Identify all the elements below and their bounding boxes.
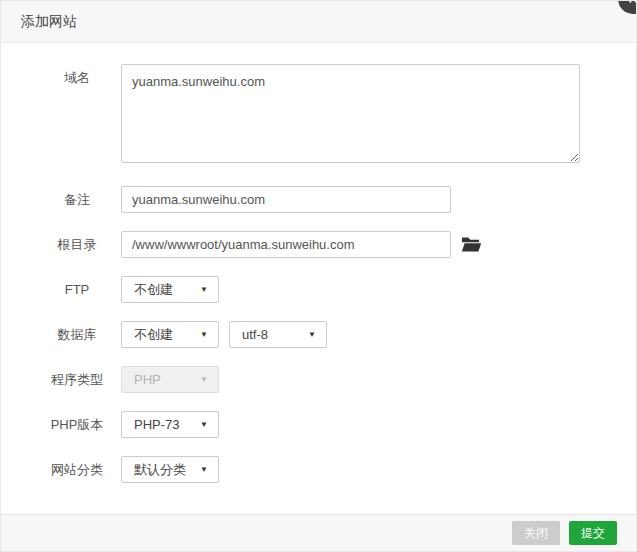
program-type-row: 程序类型 PHP ▼ [1,366,636,393]
submit-button[interactable]: 提交 [569,521,617,545]
charset-select-value: utf-8 [242,327,268,342]
chevron-down-icon: ▼ [200,457,208,483]
domain-label: 域名 [41,64,113,91]
program-type-select: PHP ▼ [121,366,219,393]
database-row: 数据库 不创建 ▼ utf-8 ▼ [1,321,636,348]
charset-select[interactable]: utf-8 ▼ [229,321,327,348]
remark-row: 备注 [1,186,636,213]
site-category-row: 网站分类 默认分类 ▼ [1,456,636,483]
chevron-down-icon: ▼ [200,322,208,348]
php-version-label: PHP版本 [41,411,113,438]
database-select-value: 不创建 [134,327,173,342]
chevron-down-icon: ▼ [308,322,316,348]
dialog-header: 添加网站 [1,1,636,43]
add-website-dialog: 添加网站 ✕ 域名 yuanma.sunweihu.com 备注 根目录 FTP [0,0,637,552]
root-dir-input[interactable] [121,231,451,258]
chevron-down-icon: ▼ [200,367,208,393]
domain-textarea[interactable]: yuanma.sunweihu.com [121,64,580,163]
remark-label: 备注 [41,186,113,213]
ftp-label: FTP [41,276,113,303]
dialog-title: 添加网站 [21,13,77,31]
open-folder-icon[interactable] [461,231,482,258]
program-type-select-value: PHP [134,372,161,387]
ftp-select-value: 不创建 [134,282,173,297]
program-type-label: 程序类型 [41,366,113,393]
chevron-down-icon: ▼ [200,277,208,303]
root-dir-row: 根目录 [1,231,636,258]
chevron-down-icon: ▼ [200,412,208,438]
remark-input[interactable] [121,186,451,213]
ftp-select[interactable]: 不创建 ▼ [121,276,219,303]
site-category-select-value: 默认分类 [134,462,186,477]
database-label: 数据库 [41,321,113,348]
php-version-select[interactable]: PHP-73 ▼ [121,411,219,438]
php-version-select-value: PHP-73 [134,417,180,432]
database-select[interactable]: 不创建 ▼ [121,321,219,348]
ftp-row: FTP 不创建 ▼ [1,276,636,303]
dialog-footer: 关闭 提交 [1,514,636,551]
php-version-row: PHP版本 PHP-73 ▼ [1,411,636,438]
root-dir-label: 根目录 [41,231,113,258]
close-button[interactable]: 关闭 [512,521,560,545]
dialog-body: 域名 yuanma.sunweihu.com 备注 根目录 FTP 不创建 ▼ [1,43,636,483]
site-category-label: 网站分类 [41,456,113,483]
close-x-glyph: ✕ [627,0,637,6]
domain-row: 域名 yuanma.sunweihu.com [1,64,636,163]
site-category-select[interactable]: 默认分类 ▼ [121,456,219,483]
